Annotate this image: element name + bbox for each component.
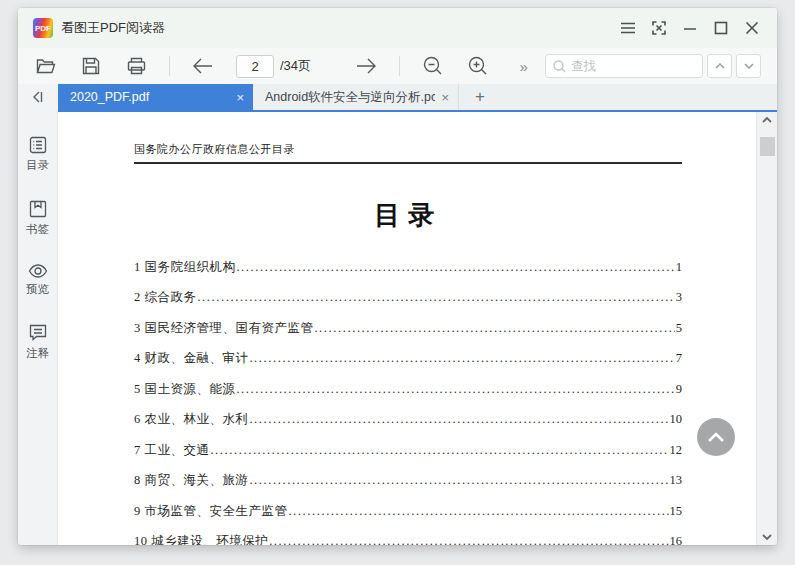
find-next-button[interactable] [736, 54, 761, 78]
tab-bar: 2020_PDF.pdf × Android软件安全与逆向分析.pc × + [18, 84, 777, 110]
app-title: 看图王PDF阅读器 [61, 19, 165, 37]
menu-icon[interactable] [612, 15, 643, 41]
document-area: 国务院办公厅政府信息公开目录 目录 1 国务院组织机构 1 2 综合政务 [58, 110, 777, 545]
toc-entry-label: 1 国务院组织机构 [134, 259, 235, 276]
pdf-reader-window: PDF 看图王PDF阅读器 [18, 8, 777, 545]
tab-android-pdf[interactable]: Android软件安全与逆向分析.pc × [253, 84, 459, 110]
window-body: 目录 书签 预览 [18, 110, 777, 545]
dot-leader [288, 504, 668, 519]
app-logo-icon: PDF [33, 18, 53, 38]
comment-icon [29, 324, 47, 342]
sidebar-item-bookmarks[interactable]: 书签 [26, 200, 49, 237]
pdf-page-content: 国务院办公厅政府信息公开目录 目录 1 国务院组织机构 1 2 综合政务 [58, 112, 756, 545]
toc-entry-label: 10 城乡建设、环境保护 [134, 533, 268, 545]
toc-entry: 7 工业、交通 12 [134, 435, 682, 466]
toc-entry-page: 5 [676, 321, 682, 336]
tab-close-icon[interactable]: × [441, 90, 449, 105]
page-total-label: /34页 [280, 57, 311, 75]
scroll-down-icon[interactable] [757, 529, 777, 545]
sidebar-item-label: 目录 [26, 158, 49, 173]
vertical-scrollbar[interactable] [756, 112, 777, 545]
toc-entry-page: 16 [670, 534, 683, 545]
toc-entry: 8 商贸、海关、旅游 13 [134, 466, 682, 497]
toc-entry-page: 7 [676, 351, 682, 366]
toc-entry-page: 13 [670, 473, 683, 488]
document-header: 国务院办公厅政府信息公开目录 [134, 142, 682, 157]
toc-entry-label: 5 国土资源、能源 [134, 381, 235, 398]
toc-entry: 10 城乡建设、环境保护 16 [134, 527, 682, 546]
document-title: 目录 [134, 198, 682, 233]
maximize-button[interactable] [705, 15, 736, 41]
toc-entry-label: 2 综合政务 [134, 289, 196, 306]
previous-page-icon[interactable] [191, 54, 215, 78]
toc-entry-label: 3 国民经济管理、国有资产监管 [134, 320, 313, 337]
sidebar-item-label: 注释 [26, 346, 49, 361]
toc-entry-label: 4 财政、金融、审计 [134, 350, 248, 367]
window-controls [612, 15, 767, 41]
close-button[interactable] [736, 15, 767, 41]
chevron-up-icon [707, 432, 725, 443]
tab-label: 2020_PDF.pdf [70, 90, 230, 104]
eye-icon [28, 264, 48, 278]
toolbar-divider [399, 56, 400, 76]
toc-entry-page: 1 [676, 260, 682, 275]
dot-leader [269, 534, 668, 545]
toolbar-divider [169, 56, 170, 76]
toc-entry-label: 7 工业、交通 [134, 442, 209, 459]
scrollbar-thumb[interactable] [760, 137, 775, 156]
dot-leader [249, 473, 668, 488]
toc-entry: 9 市场监管、安全生产监管 15 [134, 496, 682, 527]
toc-entry: 5 国土资源、能源 9 [134, 374, 682, 405]
tab-close-icon[interactable]: × [236, 90, 244, 105]
sidebar-item-label: 书签 [26, 222, 49, 237]
toc-entry-page: 3 [676, 290, 682, 305]
print-icon[interactable] [124, 54, 148, 78]
dot-leader [197, 290, 674, 305]
toc-entry-label: 8 商贸、海关、旅游 [134, 472, 248, 489]
page-number-input[interactable] [236, 55, 274, 78]
toc-entry: 1 国务院组织机构 1 [134, 252, 682, 283]
dot-leader [314, 321, 674, 336]
next-page-icon[interactable] [354, 54, 378, 78]
desktop-background: PDF 看图王PDF阅读器 [0, 0, 795, 565]
more-tools-icon[interactable]: » [511, 54, 535, 78]
toc-entry-label: 6 农业、林业、水利 [134, 411, 248, 428]
fullscreen-icon[interactable] [643, 15, 674, 41]
zoom-out-icon[interactable] [421, 54, 445, 78]
toc-entry: 4 财政、金融、审计 7 [134, 344, 682, 375]
toc-icon [29, 136, 47, 154]
toc-entry: 3 国民经济管理、国有资产监管 5 [134, 313, 682, 344]
open-file-icon[interactable] [34, 54, 58, 78]
back-to-top-button[interactable] [697, 418, 735, 456]
tab-2020-pdf[interactable]: 2020_PDF.pdf × [58, 84, 253, 110]
save-icon[interactable] [79, 54, 103, 78]
toc-entry-page: 10 [670, 412, 683, 427]
dot-leader [249, 351, 674, 366]
dot-leader [236, 260, 674, 275]
left-sidebar: 目录 书签 预览 [18, 110, 58, 545]
dot-leader [236, 382, 674, 397]
minimize-button[interactable] [674, 15, 705, 41]
collapse-sidebar-icon[interactable] [18, 84, 58, 110]
toolbar: /34页 » [18, 48, 777, 84]
search-input[interactable] [571, 59, 695, 73]
zoom-in-icon[interactable] [466, 54, 490, 78]
search-icon [553, 60, 566, 73]
tab-label: Android软件安全与逆向分析.pc [265, 89, 435, 106]
toc-entry-page: 15 [670, 504, 683, 519]
toc-entry-label: 9 市场监管、安全生产监管 [134, 503, 287, 520]
scroll-up-icon[interactable] [757, 112, 777, 128]
find-previous-button[interactable] [707, 54, 732, 78]
sidebar-item-toc[interactable]: 目录 [26, 136, 49, 173]
sidebar-item-annotations[interactable]: 注释 [26, 324, 49, 361]
toc-entry: 6 农业、林业、水利 10 [134, 405, 682, 436]
toc-entry-page: 9 [676, 382, 682, 397]
sidebar-item-label: 预览 [26, 282, 49, 297]
new-tab-button[interactable]: + [459, 84, 501, 110]
search-box[interactable] [545, 54, 703, 78]
toc-entry-page: 12 [670, 443, 683, 458]
search-area [545, 54, 761, 78]
header-rule [134, 162, 682, 164]
dot-leader [210, 443, 668, 458]
sidebar-item-preview[interactable]: 预览 [26, 264, 49, 297]
